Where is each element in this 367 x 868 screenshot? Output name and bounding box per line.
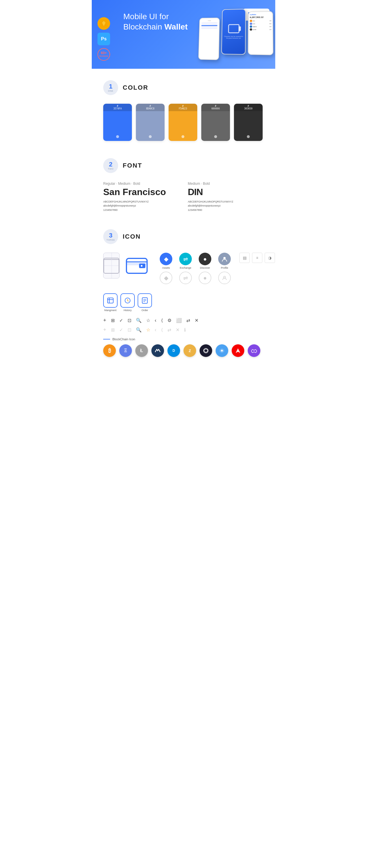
history-icon (120, 293, 135, 308)
profile-icon-item: Profile (218, 253, 231, 269)
color-section-header: 1 ONE COLOR (103, 80, 264, 95)
color-section: 1 ONE COLOR #3574FA #8DA0C8 #F5A623 #666… (92, 69, 275, 147)
assets-icon-outline: ◆ (160, 272, 172, 284)
ethereum-icon: Ξ (119, 344, 132, 357)
svg-rect-8 (108, 298, 113, 303)
info-icon-gray: ℹ (184, 327, 186, 333)
qr-icon: ⊡ (128, 318, 131, 323)
color-section-title: COLOR (123, 84, 148, 91)
misc-icon-3: ◑ (265, 253, 275, 263)
crypto-icons-row: ₿ Ξ Ł D Z (103, 344, 264, 366)
assets-icon: ◆ (160, 253, 172, 265)
share-icon: ⟨ (161, 318, 163, 323)
search-icon-gray: 🔍 (136, 327, 142, 333)
waves-icon (151, 344, 164, 357)
font-section-title: FONT (123, 162, 142, 169)
icon-section-number: 3 THREE (103, 229, 118, 244)
swap-icon: ⇄ (186, 318, 190, 323)
phone-mockup-2: Character may be mastered in the great m… (221, 9, 246, 55)
small-icons-inactive: + ⊞ ✓ ⊡ 🔍 ☆ ‹ ⟨ ⇄ ✕ ℹ (103, 327, 264, 333)
check-icon: ✓ (119, 318, 123, 323)
grid-icon-gray: ⊞ (111, 327, 115, 333)
svg-point-6 (223, 257, 226, 259)
swatch-slate: #8DA0C8 (136, 104, 165, 141)
misc-icon-2: ≡ (252, 253, 262, 263)
sketch-badge (97, 17, 110, 30)
plus-icon: + (103, 317, 106, 323)
close-icon: ✕ (195, 318, 198, 323)
phone-mockup-1: Profile (198, 18, 220, 60)
font-section-number: 2 TWO (103, 158, 118, 173)
litecoin-icon: Ł (135, 344, 148, 357)
svg-marker-17 (204, 349, 207, 352)
check-icon-gray: ✓ (119, 327, 123, 333)
app-nav-icons: Mangment History Order (103, 293, 264, 312)
blockchain-line (103, 339, 110, 339)
ark-icon (232, 344, 244, 357)
nav-icons-inactive-row: ◆ ⇌ ● (160, 272, 231, 284)
wallet-blueprint-icon (103, 253, 119, 278)
discover-icon-item: ● Discover (199, 253, 211, 269)
phone-mockup-3: myWallet 6,297,502.12 BTC738 ETH564 WAVE… (248, 11, 274, 55)
swatch-gray: #666666 (201, 104, 230, 141)
management-icon (103, 293, 117, 308)
wallet-filled-icon (125, 253, 148, 278)
matic-icon (248, 344, 260, 357)
profile-icon (218, 253, 231, 265)
profile-icon-outline (218, 272, 231, 284)
history-icon-item: History (120, 293, 135, 312)
svg-point-5 (141, 265, 142, 267)
icon-section-title: ICON (123, 233, 141, 240)
search-icon: 🔍 (136, 318, 142, 323)
font-grid: Regular · Medium · Bold San Francisco AB… (103, 182, 264, 212)
color-section-number: 1 ONE (103, 80, 118, 95)
zcash-icon: Z (184, 344, 196, 357)
exchange-icon-item: ⇌ Exchange (179, 253, 192, 269)
close-icon-gray: ✕ (176, 327, 179, 333)
gear-icon: ⚙ (167, 318, 171, 323)
color-swatches-container: #3574FA #8DA0C8 #F5A623 #666666 #303030 (103, 104, 264, 141)
management-icon-item: Mangment (103, 293, 117, 312)
icon-section-header: 3 THREE ICON (103, 229, 264, 244)
back-icon-gray: ‹ (155, 327, 157, 333)
font-sf: Regular · Medium · Bold San Francisco AB… (103, 182, 179, 212)
hero-title: Mobile UI for Blockchain Wallet (123, 11, 209, 32)
plus-icon-gray: + (103, 327, 106, 333)
discover-icon: ● (199, 253, 211, 265)
grid-icon: ⊞ (111, 318, 115, 323)
font-section-header: 2 TWO FONT (103, 158, 264, 173)
font-section: 2 TWO FONT Regular · Medium · Bold San F… (92, 147, 275, 218)
share-icon-gray: ⟨ (161, 327, 163, 333)
grid-crypto-icon (200, 344, 212, 357)
ps-badge: Ps (97, 33, 110, 45)
svg-point-7 (224, 276, 226, 278)
screens-badge: 60+ Screens (97, 48, 110, 61)
icon-section: 3 THREE ICON ◆ Assets (92, 218, 275, 371)
assets-outline-icon: ◆ (160, 272, 172, 284)
swatch-blue: #3574FA (103, 104, 132, 141)
back-icon: ‹ (155, 317, 157, 323)
discover-outline-icon: ● (199, 272, 211, 284)
steem-icon (216, 344, 228, 357)
swatch-dark: #303030 (234, 104, 263, 141)
nav-icons-active-row: ◆ Assets ⇌ Exchange ● Discover Profile (160, 253, 231, 269)
order-icon-item: Order (138, 293, 152, 312)
blockchain-label: BlockChain Icon (103, 337, 264, 341)
small-icons-active: + ⊞ ✓ ⊡ 🔍 ☆ ‹ ⟨ ⚙ ⬜ ⇄ ✕ (103, 317, 264, 323)
dash-icon: D (167, 344, 180, 357)
exchange-icon-outline: ⇌ (179, 272, 192, 284)
exchange-icon: ⇌ (179, 253, 192, 265)
misc-icon-1: ▤ (239, 253, 250, 263)
qr-icon-gray: ⊡ (128, 327, 131, 333)
export-icon: ⬜ (176, 318, 182, 323)
font-din: Medium · Bold DIN ABCDEFGHIJKLMNOPQRSTUV… (188, 182, 264, 212)
star-icon-gold: ☆ (146, 327, 150, 333)
star-icon: ☆ (146, 318, 150, 323)
assets-icon-item: ◆ Assets (160, 253, 172, 269)
exchange-outline-icon: ⇌ (179, 272, 192, 284)
profile-outline-icon (218, 272, 231, 284)
discover-icon-outline: ● (199, 272, 211, 284)
bitcoin-icon: ₿ (103, 344, 116, 357)
swap-icon-gray: ⇄ (167, 327, 171, 333)
swatch-orange: #F5A623 (169, 104, 197, 141)
